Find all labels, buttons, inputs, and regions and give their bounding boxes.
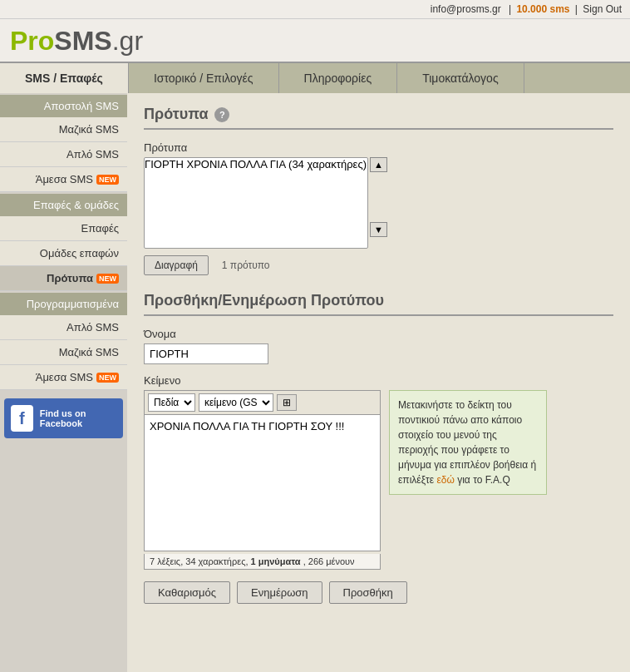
sidebar-item-mazika2-label: Μαζικά SMS <box>59 346 119 358</box>
sms-credits-link[interactable]: 10.000 sms <box>516 3 569 15</box>
layout: Αποστολή SMS Μαζικά SMS Απλό SMS Άμεσα S… <box>0 93 630 672</box>
name-field-group: Όνομα <box>144 328 613 364</box>
nav-item-info[interactable]: Πληροφορίες <box>279 63 398 93</box>
separator1: | <box>509 3 514 15</box>
text-label: Κείμενο <box>144 374 613 387</box>
separator2: | <box>575 3 580 15</box>
nav-item-pricing[interactable]: Τιμοκατάλογος <box>397 63 524 93</box>
sidebar-item-aplo2[interactable]: Απλό SMS <box>0 315 127 340</box>
update-button[interactable]: Ενημέρωση <box>237 581 322 604</box>
remaining-count: , 266 μένουν <box>303 556 355 566</box>
section2-title: Προσθήκη/Ενημέρωση Προτύπου <box>144 292 613 316</box>
sidebar-item-amesa2[interactable]: Άμεσα SMS NEW <box>0 365 127 390</box>
nav: SMS / Επαφές Ιστορικό / Επιλογές Πληροφο… <box>0 63 630 93</box>
faq-link[interactable]: εδώ <box>436 474 454 486</box>
text-field-group: Κείμενο Πεδία κείμενο (GS ⊞ ΧΡΟΝΙΑ Π <box>144 374 613 570</box>
field-select[interactable]: Πεδία <box>148 393 195 412</box>
main-content: Πρότυπα ? Πρότυπα ΓΙΟΡΤΗ ΧΡΟΝΙΑ ΠΟΛΛΑ ΓΙ… <box>127 93 630 672</box>
hint-box: Μετακινήστε το δείκτη του ποντικιού πάνω… <box>389 390 547 495</box>
signout-link[interactable]: Sign Out <box>583 3 622 15</box>
logo-gr: gr <box>120 26 143 56</box>
editor-row: Πεδία κείμενο (GS ⊞ ΧΡΟΝΙΑ ΠΟΛΛΑ ΓΙΑ ΤΗ … <box>144 390 613 570</box>
sidebar-item-aplo1-label: Απλό SMS <box>66 148 119 161</box>
top-bar: info@prosms.gr | 10.000 sms | Sign Out <box>0 0 630 19</box>
scrollbar-down[interactable]: ▼ <box>370 222 387 237</box>
sidebar-item-mazika2[interactable]: Μαζικά SMS <box>0 340 127 365</box>
action-buttons: Καθαρισμός Ενημέρωση Προσθήκη <box>144 581 613 604</box>
sidebar-item-aplo2-label: Απλό SMS <box>66 321 119 334</box>
insert-select[interactable]: κείμενο (GS <box>199 393 273 412</box>
message-textarea[interactable]: ΧΡΟΝΙΑ ΠΟΛΛΑ ΓΙΑ ΤΗ ΓΙΟΡΤΗ ΣΟΥ !!! <box>144 414 381 551</box>
facebook-box[interactable]: f Find us on Facebook <box>4 398 123 438</box>
amesa1-new-badge: NEW <box>96 175 119 185</box>
add-button[interactable]: Προσθήκη <box>329 581 407 604</box>
sidebar: Αποστολή SMS Μαζικά SMS Απλό SMS Άμεσα S… <box>0 93 127 672</box>
template-option[interactable]: ΓΙΟΡΤΗ ΧΡΟΝΙΑ ΠΟΛΛΑ ΓΙΑ (34 χαρακτήρες) <box>145 158 367 171</box>
delete-template-button[interactable]: Διαγραφή <box>144 255 209 275</box>
header: ProSMS.gr <box>0 19 630 63</box>
sidebar-item-omades-label: Ομάδες επαφών <box>40 247 119 259</box>
logo-dot: . <box>112 26 120 56</box>
amesa2-new-badge: NEW <box>96 373 119 383</box>
section1-title-text: Πρότυπα <box>144 106 208 123</box>
email: info@prosms.gr <box>431 3 501 15</box>
templates-label: Πρότυπα <box>144 141 613 154</box>
editor-toolbar: Πεδία κείμενο (GS ⊞ <box>144 390 381 414</box>
sidebar-item-omades[interactable]: Ομάδες επαφών <box>0 241 127 266</box>
sidebar-item-epafes[interactable]: Επαφές <box>0 216 127 241</box>
hint-text1: Μετακινήστε το δείκτη του ποντικιού πάνω… <box>398 399 536 486</box>
logo: ProSMS.gr <box>10 26 620 57</box>
name-label: Όνομα <box>144 328 613 340</box>
scrollbar-up[interactable]: ▲ <box>370 157 387 172</box>
section2-title-text: Προσθήκη/Ενημέρωση Προτύπου <box>144 292 384 309</box>
templates-list[interactable]: ΓΙΟΡΤΗ ΧΡΟΝΙΑ ΠΟΛΛΑ ΓΙΑ (34 χαρακτήρες) <box>144 157 368 249</box>
sidebar-section-scheduled: Προγραμματισμένα <box>0 293 127 315</box>
sidebar-item-mazika1-label: Μαζικά SMS <box>59 123 119 136</box>
name-input[interactable] <box>144 343 268 364</box>
sidebar-item-mazika1[interactable]: Μαζικά SMS <box>0 117 127 142</box>
logo-pro: Pro <box>10 26 54 56</box>
sidebar-item-epafes-label: Επαφές <box>81 222 119 235</box>
hint-text2: για το F.A.Q <box>457 474 510 486</box>
sidebar-section-send: Αποστολή SMS <box>0 95 127 117</box>
char-count-text: 34 χαρακτήρες, <box>185 556 248 566</box>
facebook-icon: f <box>11 405 33 432</box>
sidebar-item-amesa2-label: Άμεσα SMS <box>36 371 93 383</box>
sidebar-item-protypa[interactable]: Πρότυπα NEW <box>0 266 127 291</box>
section1-title: Πρότυπα ? <box>144 106 613 130</box>
add-update-section: Προσθήκη/Ενημέρωση Προτύπου Όνομα Κείμεν… <box>144 292 613 604</box>
sidebar-item-aplo1[interactable]: Απλό SMS <box>0 142 127 167</box>
logo-sms: SMS <box>54 26 111 56</box>
nav-item-sms[interactable]: SMS / Επαφές <box>0 63 129 93</box>
templates-field-group: Πρότυπα ΓΙΟΡΤΗ ΧΡΟΝΙΑ ΠΟΛΛΑ ΓΙΑ (34 χαρα… <box>144 141 613 275</box>
nav-item-history[interactable]: Ιστορικό / Επιλογές <box>129 63 279 93</box>
clear-button[interactable]: Καθαρισμός <box>144 581 230 604</box>
message-count: 1 μηνύματα <box>251 556 301 566</box>
facebook-text: Find us on Facebook <box>40 408 116 428</box>
protypa-new-badge: NEW <box>96 274 119 284</box>
sidebar-section-contacts: Επαφές & ομάδες <box>0 194 127 216</box>
word-count: 7 λέξεις, <box>150 556 183 566</box>
template-count: 1 πρότυπο <box>222 259 270 271</box>
help-icon[interactable]: ? <box>214 107 229 122</box>
sidebar-item-protypa-label: Πρότυπα <box>47 272 93 284</box>
char-count: 7 λέξεις, 34 χαρακτήρες, 1 μηνύματα , 26… <box>144 554 381 570</box>
editor-wrapper: Πεδία κείμενο (GS ⊞ ΧΡΟΝΙΑ ΠΟΛΛΑ ΓΙΑ ΤΗ … <box>144 390 381 570</box>
sidebar-item-amesa1[interactable]: Άμεσα SMS NEW <box>0 167 127 192</box>
sidebar-item-amesa1-label: Άμεσα SMS <box>36 173 93 185</box>
insert-button[interactable]: ⊞ <box>277 394 297 411</box>
